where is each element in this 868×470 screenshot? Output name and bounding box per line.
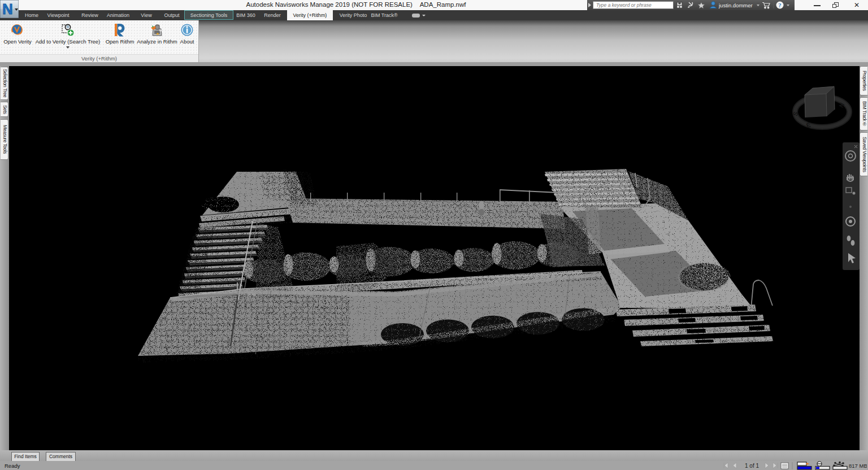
svg-text:?: ?	[778, 2, 781, 8]
svg-text:justin.dommer: justin.dommer	[718, 2, 753, 8]
svg-text:1 of 1: 1 of 1	[745, 463, 759, 469]
svg-text:N: N	[2, 1, 13, 18]
svg-text:817 MB: 817 MB	[849, 463, 867, 469]
